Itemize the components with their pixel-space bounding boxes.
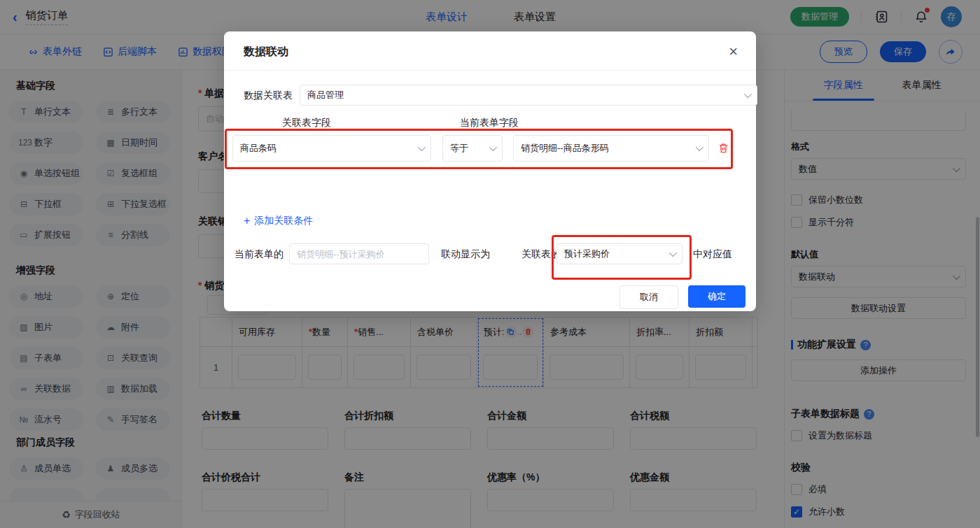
delete-condition-icon[interactable] <box>718 142 729 157</box>
current-form-label: 当前表单的 <box>234 248 284 261</box>
data-linkage-modal: 数据联动 × 数据关联表 商品管理 关联表字段 当前表单字段 商品条码 等于 销… <box>224 31 756 311</box>
modal-title: 数据联动 <box>244 45 288 59</box>
column-label-current-field: 当前表单字段 <box>460 117 519 129</box>
condition-operator-select[interactable]: 等于 <box>442 135 503 162</box>
display-as-label: 联动显示为 <box>441 248 490 261</box>
cancel-button[interactable]: 取消 <box>620 285 678 309</box>
app: ‹ 销货订单 表单设计 表单设置 数据管理 存 表单外链 <box>0 0 980 528</box>
linked-table-select[interactable]: 商品管理 <box>300 85 757 106</box>
chevron-down-icon <box>744 90 752 98</box>
linked-table-label: 数据关联表 <box>244 90 293 102</box>
corresponding-value-label: 中对应值 <box>693 248 732 261</box>
chevron-down-icon <box>418 143 426 151</box>
plus-icon: + <box>244 215 250 227</box>
add-condition-link[interactable]: + 添加关联条件 <box>244 215 313 227</box>
column-label-related-field: 关联表字段 <box>282 117 331 129</box>
chevron-down-icon <box>696 143 704 151</box>
confirm-button[interactable]: 确定 <box>688 285 746 308</box>
current-field-input[interactable] <box>289 243 429 264</box>
condition-field-select[interactable]: 商品条码 <box>232 135 431 162</box>
chevron-down-icon <box>489 143 497 151</box>
related-table-label: 关联表的 <box>522 248 561 261</box>
condition-target-select[interactable]: 销货明细--商品条形码 <box>513 135 709 162</box>
modal-header-divider <box>224 70 756 71</box>
close-icon[interactable]: × <box>729 44 738 59</box>
related-field-select[interactable]: 预计采购价 <box>556 243 682 264</box>
chevron-down-icon <box>669 249 677 257</box>
